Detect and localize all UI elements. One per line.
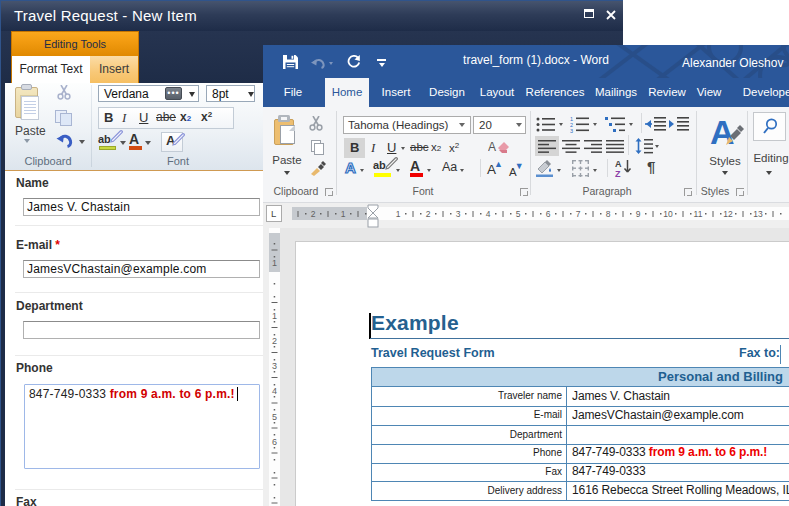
svg-text:4: 4 — [272, 386, 277, 396]
svg-text:11: 11 — [694, 209, 703, 219]
svg-text:2: 2 — [272, 336, 277, 346]
svg-text:6: 6 — [546, 209, 551, 219]
svg-text:3: 3 — [456, 209, 461, 219]
svg-text:5: 5 — [272, 412, 277, 422]
svg-text:1: 1 — [272, 258, 277, 268]
svg-text:9: 9 — [636, 209, 641, 219]
svg-text:7: 7 — [576, 209, 581, 219]
svg-text:10: 10 — [663, 209, 673, 219]
svg-text:2: 2 — [426, 209, 431, 219]
svg-text:1: 1 — [272, 311, 277, 321]
svg-text:3: 3 — [272, 361, 277, 371]
svg-text:5: 5 — [516, 209, 521, 219]
svg-text:6: 6 — [272, 437, 277, 447]
svg-text:2: 2 — [311, 209, 316, 219]
svg-text:1: 1 — [341, 209, 346, 219]
svg-text:3: 3 — [570, 128, 573, 133]
svg-text:1: 1 — [396, 209, 401, 219]
svg-text:13: 13 — [753, 209, 763, 219]
svg-text:A: A — [710, 114, 735, 151]
svg-text:4: 4 — [486, 209, 491, 219]
svg-text:A: A — [615, 159, 622, 169]
svg-text:A: A — [488, 140, 496, 154]
svg-text:12: 12 — [723, 209, 733, 219]
svg-text:8: 8 — [606, 209, 611, 219]
svg-text:Z: Z — [615, 169, 621, 177]
